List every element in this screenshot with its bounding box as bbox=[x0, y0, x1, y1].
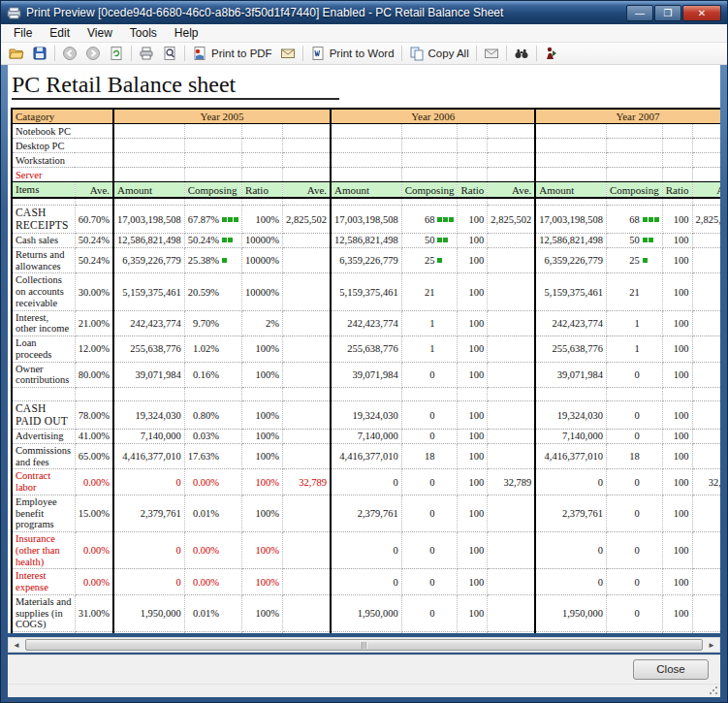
forward-button[interactable] bbox=[81, 44, 105, 63]
composing-value: 68 bbox=[401, 206, 458, 234]
composing-squares bbox=[434, 217, 455, 222]
ave-value bbox=[488, 532, 536, 569]
print-button[interactable] bbox=[135, 44, 158, 63]
envelope-icon bbox=[484, 46, 499, 61]
composing-value: 25 bbox=[401, 247, 458, 273]
cell bbox=[458, 124, 488, 139]
ave-value bbox=[488, 336, 536, 363]
horizontal-scrollbar[interactable]: ◄ ► bbox=[8, 637, 720, 653]
avg-value: 31.00% bbox=[75, 594, 113, 631]
amount-value: 17,003,198,508 bbox=[331, 206, 401, 234]
copy-all-button[interactable]: Copy All bbox=[405, 44, 473, 63]
menu-view[interactable]: View bbox=[79, 24, 121, 42]
composing-value: 0 bbox=[606, 594, 662, 631]
ratio-value: 100% bbox=[242, 569, 283, 595]
ave-value bbox=[692, 273, 720, 310]
cell bbox=[692, 153, 720, 168]
table-row: Interest, other income21.00%242,423,7749… bbox=[12, 310, 720, 336]
ratio-value: 100 bbox=[458, 362, 488, 388]
ave-value bbox=[283, 233, 332, 247]
close-window-button[interactable]: ✕ bbox=[682, 5, 721, 21]
column-header: Ave. bbox=[283, 182, 332, 198]
footer-panel: Close bbox=[8, 655, 720, 684]
menu-file[interactable]: File bbox=[5, 24, 41, 42]
ratio-value: 100% bbox=[242, 429, 283, 443]
green-square-icon bbox=[222, 217, 227, 222]
cell bbox=[662, 168, 692, 182]
composing-value: 0.03% bbox=[184, 429, 241, 443]
cell bbox=[12, 388, 75, 401]
print-to-pdf-label: Print to PDF bbox=[211, 48, 272, 59]
open-button[interactable] bbox=[5, 44, 28, 63]
print-to-pdf-button[interactable]: Print to PDF bbox=[188, 44, 276, 63]
scroll-right-arrow[interactable]: ► bbox=[704, 638, 719, 652]
close-button[interactable]: Close bbox=[633, 659, 709, 680]
row-label: Interest, other income bbox=[12, 310, 75, 336]
menu-help[interactable]: Help bbox=[166, 24, 207, 42]
row-label: Returns and allowances bbox=[12, 247, 75, 273]
amount-value: 0 bbox=[331, 569, 401, 595]
amount-value: 12,586,821,498 bbox=[535, 233, 606, 247]
cell bbox=[606, 139, 662, 153]
ave-value bbox=[488, 273, 536, 310]
maximize-button[interactable]: ❐ bbox=[654, 5, 681, 21]
avg-value: 54.00% bbox=[75, 632, 113, 633]
cell bbox=[331, 153, 401, 168]
email-button[interactable] bbox=[480, 44, 503, 63]
composing-value: 0 bbox=[401, 632, 458, 633]
table-row: CASH PAID OUT78.00%19,324,0300.80%100%19… bbox=[12, 401, 720, 430]
toolbar-separator bbox=[536, 46, 537, 61]
exit-button[interactable] bbox=[540, 44, 563, 63]
amount-value: 12,586,821,498 bbox=[113, 233, 184, 247]
cell bbox=[283, 139, 332, 153]
print-preview-button[interactable] bbox=[158, 44, 181, 63]
app-icon bbox=[7, 7, 21, 19]
ave-value bbox=[692, 532, 720, 569]
ratio-value: 100 bbox=[458, 429, 488, 443]
cell bbox=[331, 168, 401, 182]
ratio-value: 100 bbox=[458, 532, 488, 569]
cell bbox=[113, 168, 184, 182]
scrollbar-track[interactable] bbox=[24, 638, 704, 652]
ratio-value: 10000% bbox=[242, 273, 283, 310]
find-button[interactable] bbox=[510, 44, 533, 63]
composing-value: 0.00% bbox=[184, 532, 241, 569]
minimize-button[interactable]: — bbox=[626, 5, 653, 21]
amount-value: 255,638,776 bbox=[331, 336, 401, 363]
cell bbox=[331, 124, 401, 139]
composing-value: 50.24% bbox=[184, 233, 241, 247]
save-button[interactable] bbox=[28, 44, 51, 63]
menu-tools[interactable]: Tools bbox=[121, 24, 166, 42]
scrollbar-thumb[interactable] bbox=[25, 639, 703, 651]
composing-value: 0 bbox=[401, 532, 458, 569]
print-to-word-button[interactable]: Print to Word bbox=[306, 44, 398, 63]
ave-value bbox=[283, 569, 332, 595]
avg-value: 0.00% bbox=[75, 532, 113, 569]
back-button[interactable] bbox=[58, 44, 81, 63]
window-title: Print Preview [0cede94d-6680-46c0-a8b6-3… bbox=[26, 6, 620, 19]
ratio-value: 2% bbox=[242, 310, 283, 336]
ave-value bbox=[488, 310, 536, 336]
composing-value: 0.80% bbox=[184, 401, 241, 430]
amount-value: 4,416,377,010 bbox=[535, 443, 606, 469]
avg-value: 50.24% bbox=[75, 233, 113, 247]
resize-grip[interactable] bbox=[709, 686, 718, 695]
cell bbox=[458, 139, 488, 153]
ave-value bbox=[488, 495, 536, 531]
ave-value bbox=[692, 310, 720, 336]
cell bbox=[242, 153, 283, 168]
composing-value: 1 bbox=[606, 336, 662, 363]
ratio-value: 100 bbox=[662, 443, 692, 469]
menu-edit[interactable]: Edit bbox=[41, 24, 79, 42]
category-row-label: Notebook PC bbox=[12, 124, 113, 139]
amount-value: 6,359,226,779 bbox=[535, 247, 606, 273]
email-pdf-button[interactable] bbox=[276, 44, 300, 63]
ave-value: 2,825,502 bbox=[488, 206, 536, 234]
column-header: Composing bbox=[606, 182, 662, 198]
preview-page: PC Retail Balance sheet CatagoryYear 200… bbox=[8, 65, 720, 633]
refresh-button[interactable] bbox=[105, 44, 128, 63]
cell bbox=[242, 198, 283, 206]
ratio-value: 10000% bbox=[242, 247, 283, 273]
ave-value bbox=[488, 247, 536, 273]
scroll-left-arrow[interactable]: ◄ bbox=[9, 638, 24, 652]
